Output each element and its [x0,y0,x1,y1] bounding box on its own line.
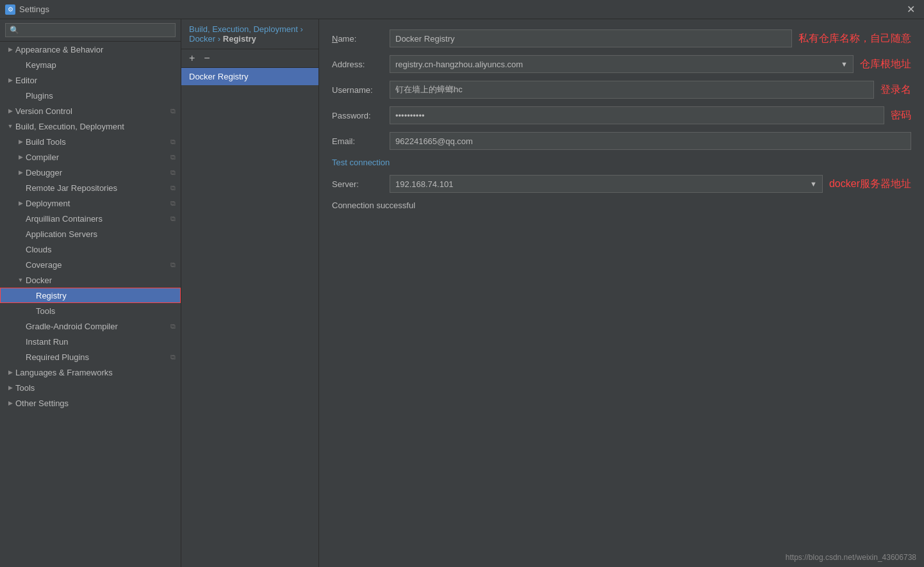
sidebar-item-tools-docker[interactable]: Tools [0,303,181,318]
breadcrumb: Build, Execution, Deployment › Docker › … [181,19,318,49]
test-connection-label: Test connection [332,158,911,167]
copy-icon: ⧉ [170,322,176,331]
sidebar-item-required-plugins[interactable]: Required Plugins ⧉ [0,349,181,365]
sidebar-item-label: Gradle-Android Compiler [26,322,118,331]
copy-icon: ⧉ [170,138,176,146]
arrow-icon [5,44,15,54]
email-row: Email: [332,132,911,150]
sidebar-item-label: Debugger [26,168,62,177]
sidebar-item-label: Deployment [26,199,70,208]
server-row: Server: ▼ docker服务器地址 [332,175,911,193]
sidebar-item-debugger[interactable]: Debugger ⧉ [0,165,181,180]
arrow-icon [26,290,36,300]
sidebar-item-gradle-android[interactable]: Gradle-Android Compiler ⧉ [0,318,181,334]
sidebar-item-appearance[interactable]: Appearance & Behavior [0,42,181,57]
sidebar-item-label: Required Plugins [26,352,89,362]
sidebar-item-label: Other Settings [15,399,69,408]
password-input[interactable] [390,106,884,124]
watermark: https://blog.csdn.net/weixin_43606738 [786,553,916,562]
sidebar-item-registry[interactable]: Registry [0,288,181,303]
sidebar: Appearance & Behavior Keymap Editor Plug… [0,19,181,567]
password-label: Password: [332,111,390,120]
detail-panel: Name: 私有仓库名称，自己随意 Address: ▼ 仓库根地址 [319,19,924,567]
copy-icon: ⧉ [170,261,176,269]
sidebar-item-version-control[interactable]: Version Control ⧉ [0,103,181,119]
arrow-icon [26,306,36,316]
sidebar-item-editor[interactable]: Editor [0,72,181,88]
sidebar-item-docker[interactable]: Docker [0,272,181,288]
arrow-icon [5,367,15,377]
copy-icon: ⧉ [170,215,176,223]
breadcrumb-sep2: › [218,34,223,44]
server-dropdown-button[interactable]: ▼ [805,175,823,193]
address-input-group: ▼ [390,55,854,73]
username-input[interactable] [390,81,874,99]
name-annotation: 私有仓库名称，自己随意 [798,32,911,45]
sidebar-item-build-execution[interactable]: Build, Execution, Deployment [0,119,181,134]
server-input[interactable] [390,175,805,193]
registry-list: Docker Registry [181,68,318,567]
arrow-icon [15,167,26,177]
arrow-icon [5,75,15,85]
sidebar-item-label: Application Servers [26,229,97,239]
sidebar-item-other-settings[interactable]: Other Settings [0,395,181,411]
arrow-icon [15,352,26,362]
registry-list-item[interactable]: Docker Registry [181,68,318,85]
name-input[interactable] [390,29,792,47]
sidebar-item-tools-top[interactable]: Tools [0,380,181,395]
breadcrumb-part3: Registry [223,34,256,44]
sidebar-item-label: Build Tools [26,137,66,147]
arrow-icon [15,90,26,101]
sidebar-item-label: Instant Run [26,337,69,347]
sidebar-item-remote-jar[interactable]: Remote Jar Repositories ⧉ [0,180,181,195]
sidebar-item-languages[interactable]: Languages & Frameworks [0,365,181,380]
titlebar: ⚙ Settings ✕ [0,0,924,19]
address-input[interactable] [390,55,836,73]
copy-icon: ⧉ [170,168,176,177]
server-annotation: docker服务器地址 [829,177,911,191]
sidebar-item-app-servers[interactable]: Application Servers [0,226,181,242]
content-area: Appearance & Behavior Keymap Editor Plug… [0,19,924,567]
server-input-group: ▼ [390,175,823,193]
sidebar-item-build-tools[interactable]: Build Tools ⧉ [0,134,181,149]
sidebar-item-keymap[interactable]: Keymap [0,57,181,72]
name-label: Name: [332,34,390,44]
email-input[interactable] [390,132,911,150]
copy-icon: ⧉ [170,184,176,192]
password-row: Password: 密码 [332,106,911,124]
password-annotation: 密码 [891,109,911,122]
sidebar-item-instant-run[interactable]: Instant Run [0,334,181,349]
close-button[interactable]: ✕ [903,2,919,17]
sidebar-item-label: Coverage [26,260,62,270]
sidebar-item-label: Appearance & Behavior [15,45,103,54]
sidebar-item-coverage[interactable]: Coverage ⧉ [0,257,181,272]
arrow-icon [15,213,26,224]
address-annotation: 仓库根地址 [860,58,911,71]
address-label: Address: [332,60,390,69]
arrow-icon [15,198,26,208]
sidebar-item-label: Keymap [26,60,56,70]
search-input[interactable] [5,23,176,37]
sidebar-item-plugins[interactable]: Plugins [0,88,181,103]
sidebar-item-label: Arquillian Containers [26,214,103,224]
copy-icon: ⧉ [170,199,176,208]
arrow-icon [15,259,26,270]
arrow-icon [15,152,26,162]
sidebar-item-deployment[interactable]: Deployment ⧉ [0,195,181,211]
remove-registry-button[interactable]: − [201,52,212,65]
address-dropdown-button[interactable]: ▼ [836,55,854,73]
arrow-icon [5,106,15,116]
arrow-icon [15,136,26,147]
settings-window: ⚙ Settings ✕ Appearance & Behavior Keyma… [0,0,924,567]
add-registry-button[interactable]: + [186,52,197,65]
sidebar-item-label: Editor [15,76,37,85]
address-row: Address: ▼ 仓库根地址 [332,55,911,73]
sidebar-item-arquillian[interactable]: Arquillian Containers ⧉ [0,211,181,226]
sidebar-item-label: Remote Jar Repositories [26,183,117,193]
sidebar-item-clouds[interactable]: Clouds [0,242,181,257]
copy-icon: ⧉ [170,153,176,161]
sidebar-item-compiler[interactable]: Compiler ⧉ [0,149,181,165]
sidebar-tree: Appearance & Behavior Keymap Editor Plug… [0,42,181,567]
search-box [0,19,181,42]
sidebar-item-label: Compiler [26,152,59,162]
